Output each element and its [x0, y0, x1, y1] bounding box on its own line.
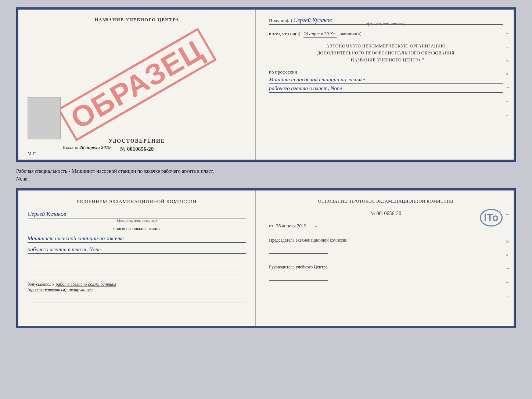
qualification-label: присвоена квалификация	[28, 226, 246, 232]
received-prefix: Получил(а)	[269, 18, 292, 23]
cert-top-right: Получил(а) Сергей Кулаков – (фамилия, им…	[256, 10, 514, 160]
chairman-block: Председатель экзаменационной комиссии	[269, 237, 503, 254]
chairman-signature-line	[269, 246, 328, 254]
basis-title: Основание: протокол экзаменационной коми…	[269, 198, 503, 204]
profession-line2: рабочего агента в пласт, None	[269, 85, 503, 93]
issued-date: 26 апреля 2019	[80, 145, 111, 150]
director-block: Руководитель учебного Центра	[269, 258, 503, 281]
photo-placeholder	[28, 97, 61, 139]
bottom-cert-left: Решением экзаменационной комиссии Сергей…	[18, 190, 256, 326]
description-line1: Рабочая специальность - Машинист насосно…	[16, 168, 214, 174]
issued-prefix: Выдано	[62, 145, 78, 150]
org-line3: " НАЗВАНИЕ УЧЕБНОГО ЦЕНТРА "	[269, 57, 503, 64]
chairman-title: Председатель экзаменационной комиссии	[269, 238, 348, 243]
received-name: Сергей Кулаков	[293, 17, 332, 23]
ito-stamp: ITo	[480, 209, 503, 227]
director-label: Руководитель учебного Центра	[269, 264, 503, 270]
blank-line-1	[28, 257, 246, 264]
finished-label: окончил(а)	[339, 31, 362, 37]
bottom-certificate: Решением экзаменационной комиссии Сергей…	[16, 188, 516, 328]
date-line: в том, что он(а) 26 апреля 2019г. окончи…	[269, 31, 503, 38]
bottom-name-hint: (фамилия, имя, отчество)	[28, 218, 246, 222]
mp-label: М.П.	[28, 151, 37, 157]
cert-doc-block: УДОСТОВЕРЕНИЕ № 0010656-20	[28, 138, 246, 152]
admission-label: допускается к	[28, 282, 55, 287]
cert-doc-number: № 0010656-20	[28, 146, 246, 152]
bottom-side-dashes: – – – и а ← – –	[506, 198, 511, 299]
org-line2: ДОПОЛНИТЕЛЬНОГО ПРОФЕССИОНАЛЬНОГО ОБРАЗО…	[269, 50, 503, 57]
admission-value: работе согласно должностным	[55, 282, 116, 287]
bottom-person-name: Сергей Кулаков	[28, 211, 246, 218]
protocol-date-prefix: от	[269, 223, 273, 228]
decision-title: Решением экзаменационной комиссии	[28, 198, 246, 205]
side-dashes: – – – и а ← – –	[506, 17, 511, 118]
description-text: Рабочая специальность - Машинист насосно…	[16, 165, 516, 185]
top-certificate: НАЗВАНИЕ УЧЕБНОГО ЦЕНТРА УДОСТОВЕРЕНИЕ №…	[16, 7, 516, 162]
sample-watermark: ОБРАЗЕЦ	[57, 28, 217, 141]
cert-top-left: НАЗВАНИЕ УЧЕБНОГО ЦЕНТРА УДОСТОВЕРЕНИЕ №…	[18, 10, 256, 160]
org-line1: АВТОНОМНУЮ НЕКОММЕРЧЕСКУЮ ОРГАНИЗАЦИЮ	[269, 43, 503, 50]
issued-line: Выдано 26 апреля 2019	[62, 145, 111, 150]
protocol-date: от 26 апреля 2019 –	[269, 223, 503, 229]
org-block: АВТОНОМНУЮ НЕКОММЕРЧЕСКУЮ ОРГАНИЗАЦИЮ ДО…	[269, 43, 503, 64]
training-center-title: НАЗВАНИЕ УЧЕБНОГО ЦЕНТРА	[28, 17, 246, 23]
bottom-cert-right: Основание: протокол экзаменационной коми…	[256, 190, 514, 326]
chairman-label: Председатель экзаменационной комиссии	[269, 237, 503, 243]
protocol-number: № 0010656-20	[269, 211, 503, 217]
profession-label: по профессии	[269, 69, 503, 75]
blank-line-2	[28, 268, 246, 274]
admission-text: допускается к работе согласно должностны…	[28, 282, 246, 293]
bottom-name-block: Сергей Кулаков (фамилия, имя, отчество)	[28, 209, 246, 222]
blank-line-3	[28, 296, 246, 303]
director-signature-line	[269, 273, 328, 281]
date-prefix: в том, что он(а)	[269, 31, 301, 37]
qualification-line1: Машинист насосной станции по закачке	[28, 235, 246, 243]
qualification-line2: рабочего агента в пласт, None	[28, 246, 246, 254]
date-value: 26 апреля 2019г.	[303, 31, 337, 38]
admission-instructions: (производственным) инструкциям	[28, 287, 93, 292]
profession-line1: Машинист насосной станции по закачке	[269, 76, 503, 84]
protocol-date-value: 26 апреля 2019	[276, 223, 306, 228]
description-line2: None	[16, 176, 27, 182]
received-block: Получил(а) Сергей Кулаков – (фамилия, им…	[269, 17, 503, 26]
profession-block: по профессии Машинист насосной станции п…	[269, 69, 503, 93]
